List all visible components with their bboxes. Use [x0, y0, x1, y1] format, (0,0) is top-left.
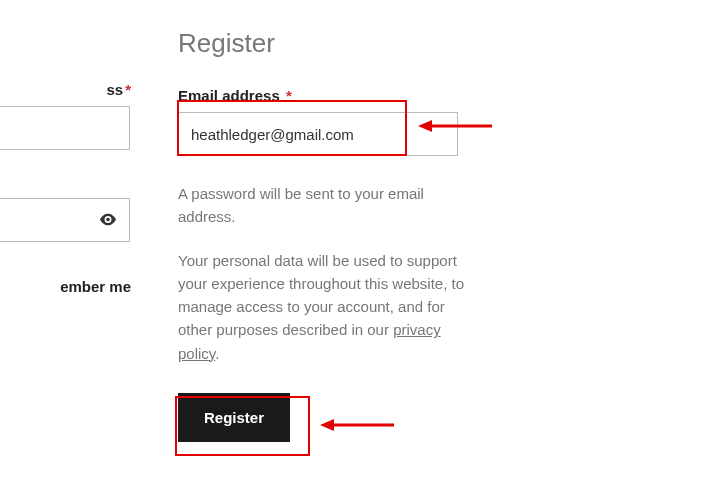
login-field1-input[interactable] — [0, 106, 130, 150]
email-label-text: Email address — [178, 87, 280, 104]
required-asterisk: * — [125, 81, 131, 98]
label-text: ss — [106, 81, 123, 98]
email-input[interactable] — [178, 112, 458, 156]
password-notice: A password will be sent to your email ad… — [178, 182, 478, 229]
privacy-period: . — [215, 345, 219, 362]
remember-me-label[interactable]: ember me — [0, 278, 135, 295]
register-heading: Register — [178, 28, 478, 59]
remember-text: ember me — [60, 278, 131, 295]
email-label: Email address * — [178, 87, 478, 104]
privacy-notice: Your personal data will be used to suppo… — [178, 249, 478, 365]
login-field1-label: ss* — [0, 81, 135, 98]
register-button[interactable]: Register — [178, 393, 290, 442]
svg-point-0 — [106, 218, 110, 222]
required-asterisk: * — [282, 87, 292, 104]
eye-icon[interactable] — [99, 212, 117, 229]
